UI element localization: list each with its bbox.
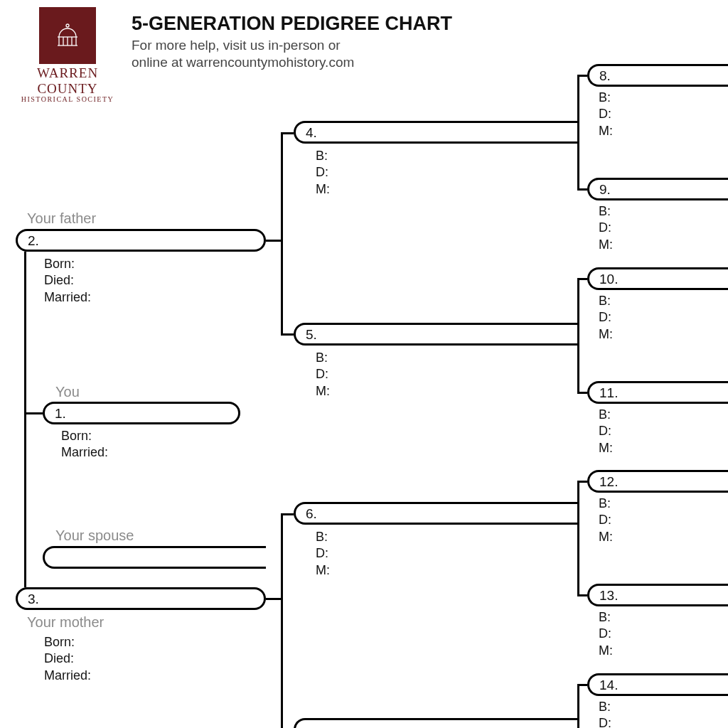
fields-12: B: D: M: [599,496,613,545]
connector-v-4 [577,75,579,191]
svg-point-0 [66,24,69,27]
fields-5: B: D: M: [297,350,330,400]
n13-d: D: [599,626,613,642]
node-12[interactable]: 12. [587,470,728,493]
logo-subtitle: HISTORICAL SOCIETY [14,95,121,103]
fields-10: B: D: M: [599,293,613,343]
mother-married: Married: [44,668,91,684]
n10-m: M: [599,326,613,343]
n12-d: D: [599,512,613,528]
node-mother-number: 3. [28,592,39,606]
node-you[interactable]: 1. [43,402,240,424]
n4-d: D: [316,164,330,181]
label-father: Your father [27,210,96,227]
n5-d: D: [316,366,330,382]
node-4[interactable]: 4. [294,121,579,144]
n10-d: D: [599,309,613,326]
n13-m: M: [599,643,613,659]
you-married: Married: [61,444,108,461]
n11-d: D: [599,423,613,439]
connector-v-mother [281,513,283,728]
node-8-number: 8. [599,68,611,83]
node-14[interactable]: 14. [587,673,728,696]
node-11[interactable]: 11. [587,381,728,404]
label-you: You [55,384,80,400]
dome-icon [50,18,85,53]
subtitle-line2: online at warrencountymohistory.com [132,55,354,70]
node-mother[interactable]: 3. [16,587,266,610]
node-5-number: 5. [306,327,317,342]
n8-d: D: [599,106,613,122]
node-14-number: 14. [599,678,618,692]
n9-d: D: [599,220,613,236]
connector-v-father [281,132,283,336]
logo-word: WARREN COUNTY [14,65,121,97]
fields-4: B: D: M: [297,148,330,198]
n4-m: M: [316,181,330,198]
node-6[interactable]: 6. [294,502,579,525]
n6-m: M: [316,562,330,579]
father-died: Died: [44,272,91,289]
node-11-number: 11. [599,385,618,400]
node-13[interactable]: 13. [587,584,728,606]
n11-m: M: [599,440,613,456]
fields-13: B: D: M: [599,609,613,659]
node-13-number: 13. [599,588,618,603]
n4-b: B: [316,148,330,164]
n12-b: B: [599,496,613,512]
n9-m: M: [599,237,613,253]
node-6-number: 6. [306,506,317,521]
n9-b: B: [599,203,613,220]
n13-b: B: [599,609,613,626]
connector-v-gen2 [24,252,26,587]
node-8[interactable]: 8. [587,64,728,87]
n6-b: B: [316,529,330,545]
logo-badge [39,7,96,64]
node-father-number: 2. [28,233,39,248]
page-subtitle: For more help, visit us in-person or onl… [132,37,354,71]
connector-h-to8 [577,75,587,77]
n11-b: B: [599,407,613,423]
node-4-number: 4. [306,125,317,140]
node-5[interactable]: 5. [294,323,579,346]
connector-h-to6 [281,513,294,515]
subtitle-line1: For more help, visit us in-person or [132,38,341,53]
node-7[interactable] [294,718,579,728]
connector-v-5 [577,278,579,394]
node-12-number: 12. [599,474,618,489]
n12-m: M: [599,529,613,545]
connector-h-to10 [577,278,587,280]
page-title: 5-GENERATION PEDIGREE CHART [132,13,452,35]
connector-h-to13 [577,594,587,596]
fields-you: Born: Married: [43,428,108,461]
fields-father: Born: Died: Married: [26,256,91,306]
connector-h-to14 [577,684,587,686]
node-9[interactable]: 9. [587,178,728,200]
mother-born: Born: [44,634,91,651]
connector-h-to12 [577,481,587,483]
fields-6: B: D: M: [297,529,330,579]
node-9-number: 9. [599,182,611,197]
n14-d: D: [599,715,613,728]
connector-h-to4 [281,132,294,134]
you-born: Born: [61,428,108,444]
label-mother: Your mother [27,614,104,631]
fields-mother: Born: Died: Married: [26,634,91,684]
n14-b: B: [599,699,613,715]
node-father[interactable]: 2. [16,229,266,252]
label-spouse: Your spouse [55,528,134,544]
node-spouse[interactable] [43,546,266,569]
father-married: Married: [44,289,91,306]
node-10[interactable]: 10. [587,267,728,290]
connector-h-to5 [281,333,294,336]
connector-h-to9 [577,188,587,191]
father-born: Born: [44,256,91,272]
n8-b: B: [599,90,613,106]
fields-8: B: D: M: [599,90,613,139]
n5-b: B: [316,350,330,366]
mother-died: Died: [44,651,91,667]
connector-h-to11 [577,392,587,394]
n6-d: D: [316,545,330,562]
n8-m: M: [599,123,613,139]
fields-9: B: D: M: [599,203,613,253]
